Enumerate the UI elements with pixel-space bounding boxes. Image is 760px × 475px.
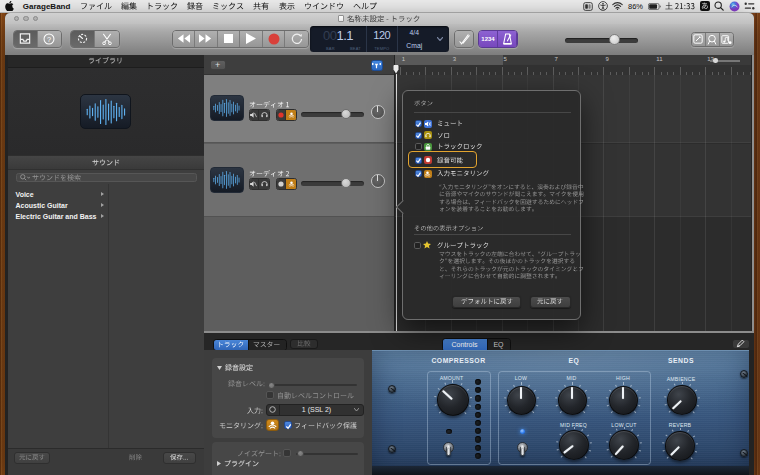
track-name[interactable] (249, 101, 289, 109)
record-enable-button[interactable] (277, 110, 287, 120)
track-volume-thumb[interactable] (341, 109, 351, 119)
sends-reverb-knob[interactable] (665, 431, 695, 461)
editors-button[interactable] (95, 31, 119, 47)
tab-eq[interactable]: EQ (487, 339, 510, 351)
tab-master[interactable] (248, 340, 286, 351)
library-item-electric-guitar-bass[interactable]: Electric Guitar and Bass (8, 211, 109, 222)
menu-help[interactable] (348, 1, 381, 11)
track-header-audio-2[interactable] (204, 144, 394, 217)
popover-checkbox-solo[interactable] (403, 130, 580, 141)
stop-button[interactable] (218, 31, 241, 47)
eq-mid-knob[interactable] (558, 386, 587, 415)
menu-mix[interactable] (208, 1, 249, 11)
track-volume-thumb[interactable] (341, 178, 351, 188)
library-button[interactable] (14, 31, 38, 47)
lcd-tempo[interactable]: 120 TEMPO (366, 26, 398, 53)
sends-ambience-knob[interactable] (667, 385, 697, 415)
mute-button[interactable] (250, 179, 260, 189)
playhead-line[interactable] (396, 74, 397, 332)
record-level-slider[interactable] (268, 384, 357, 386)
master-volume-slider[interactable] (565, 38, 638, 43)
noise-gate-slider[interactable] (296, 453, 358, 455)
tuner-button[interactable] (455, 31, 473, 47)
window-tiling-icon[interactable] (583, 2, 593, 11)
menu-view[interactable] (274, 1, 299, 11)
plugins-header[interactable] (217, 460, 259, 468)
forward-button[interactable] (195, 31, 218, 47)
accessibility-icon[interactable] (598, 1, 608, 11)
library-item-acoustic-guitar[interactable]: Acoustic Guitar (8, 200, 109, 211)
master-volume-thumb[interactable] (609, 34, 620, 45)
group-track-checkbox[interactable] (414, 242, 421, 249)
track-header-config-button[interactable] (371, 60, 384, 71)
play-button[interactable] (240, 31, 263, 47)
recording-settings-header[interactable] (217, 364, 253, 372)
add-track-button[interactable]: + (210, 60, 226, 70)
record-button[interactable] (263, 31, 286, 47)
track-pan-knob[interactable] (371, 174, 385, 188)
popover-checkbox-input-monitoring[interactable] (403, 168, 580, 179)
quick-help-button[interactable]: ? (38, 31, 62, 47)
input-source-badge[interactable] (700, 1, 710, 11)
compare-button[interactable] (290, 339, 318, 350)
record-level-thumb[interactable] (268, 382, 275, 389)
record-enable-button[interactable] (277, 179, 287, 189)
control-center-icon[interactable] (744, 2, 755, 10)
eq-switch[interactable] (516, 438, 529, 456)
count-in-button[interactable]: 1234 (479, 31, 498, 47)
eq-mid-freq-knob[interactable] (559, 430, 589, 460)
lcd-mode-chevron[interactable] (431, 26, 449, 53)
popover-checkbox-mute[interactable] (403, 118, 580, 129)
tab-track[interactable] (214, 340, 248, 351)
input-source-select[interactable]: 1 (SSL 2) (266, 404, 364, 416)
solo-checkbox[interactable] (415, 132, 422, 139)
playhead-pin[interactable] (393, 65, 399, 74)
auto-level-checkbox[interactable] (266, 391, 274, 399)
popover-checkbox-group-track[interactable] (403, 240, 580, 251)
library-delete-button[interactable] (120, 452, 151, 465)
edit-pencil-button[interactable] (732, 339, 750, 350)
input-monitoring-button[interactable] (286, 110, 296, 120)
feedback-protection-checkbox[interactable] (284, 421, 292, 429)
solo-button[interactable] (259, 110, 269, 120)
track-lock-checkbox[interactable] (415, 143, 422, 150)
menu-window[interactable] (299, 1, 348, 11)
library-revert-button[interactable] (14, 452, 50, 465)
menu-clock[interactable] (665, 1, 695, 11)
rewind-button[interactable] (173, 31, 196, 47)
track-header-audio-1[interactable] (204, 75, 394, 144)
eq-low-cut-knob[interactable] (609, 430, 639, 460)
menu-track[interactable] (141, 1, 182, 11)
apple-menu[interactable] (0, 1, 18, 11)
menu-share[interactable] (249, 1, 274, 11)
track-volume-slider[interactable] (301, 112, 364, 117)
lcd-display[interactable]: 001.1 BAR BEAT 120 TEMPO 4/4 Cmaj (310, 26, 449, 53)
metronome-button[interactable] (498, 31, 517, 47)
noise-gate-checkbox[interactable] (283, 449, 291, 457)
wifi-icon[interactable] (612, 2, 623, 10)
mono-input-icon[interactable] (267, 405, 280, 415)
solo-button[interactable] (259, 179, 269, 189)
zoom-slider-thumb[interactable] (713, 58, 718, 63)
media-browser-button[interactable] (720, 33, 734, 46)
noise-gate-thumb[interactable] (297, 450, 304, 457)
mute-checkbox[interactable] (415, 120, 422, 127)
horizontal-zoom-slider[interactable] (710, 60, 740, 62)
vertical-scrollbar[interactable] (752, 55, 755, 333)
note-pad-button[interactable] (692, 33, 706, 46)
loop-browser-button[interactable] (706, 33, 720, 46)
mute-button[interactable] (250, 110, 260, 120)
smart-controls-button[interactable] (71, 31, 95, 47)
compressor-amount-knob[interactable] (437, 384, 469, 416)
compressor-switch[interactable] (442, 438, 455, 456)
track-volume-slider[interactable] (301, 181, 364, 186)
menu-record[interactable] (183, 1, 208, 11)
cycle-button[interactable] (285, 31, 308, 47)
lcd-key-signature[interactable]: 4/4 Cmaj (398, 26, 432, 53)
spotlight-icon[interactable] (714, 1, 724, 11)
title-bar[interactable] (5, 13, 754, 24)
menu-edit[interactable] (116, 1, 141, 11)
eq-high-knob[interactable] (609, 386, 638, 415)
input-monitoring-checkbox[interactable] (415, 170, 422, 177)
restore-defaults-button[interactable] (452, 296, 521, 309)
